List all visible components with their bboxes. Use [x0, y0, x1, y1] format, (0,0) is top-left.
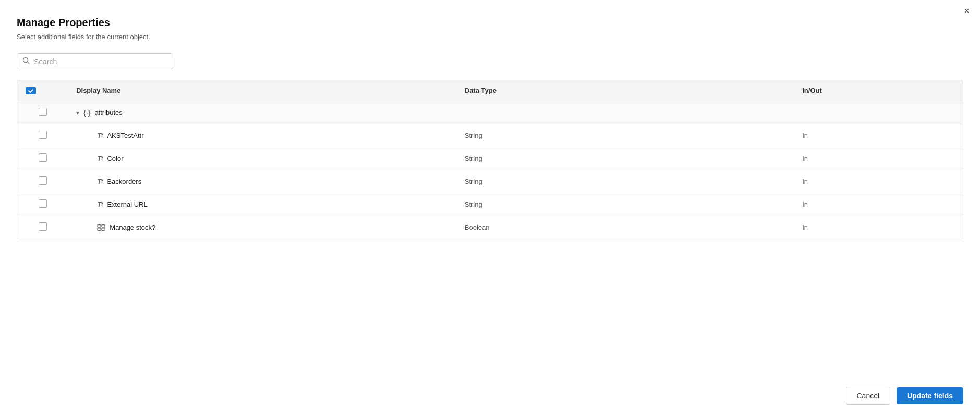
row-in-out: In — [794, 124, 963, 147]
row-label: External URL — [107, 200, 147, 208]
properties-table: Display Name Data Type In/Out — [17, 80, 963, 239]
manage-stock-icon — [97, 224, 105, 231]
close-button[interactable]: × — [964, 6, 970, 16]
header-data-type: Data Type — [456, 80, 794, 101]
svg-rect-4 — [102, 224, 105, 227]
row-data-type: String — [456, 124, 794, 147]
row-checkbox[interactable] — [39, 131, 47, 139]
row-label: AKSTestAttr — [107, 132, 143, 139]
row-in-out: In — [794, 216, 963, 239]
table-row: Tt AKSTestAttr String In — [17, 124, 963, 147]
dialog-title: Manage Properties — [17, 17, 963, 29]
svg-rect-5 — [98, 228, 101, 230]
tt-icon: Tt — [97, 155, 103, 162]
svg-rect-2 — [27, 87, 34, 94]
row-in-out: In — [794, 170, 963, 193]
dialog-subtitle: Select additional fields for the current… — [17, 33, 963, 41]
search-input[interactable] — [34, 57, 167, 66]
row-name-cell: Manage stock? — [68, 216, 456, 239]
search-icon — [22, 57, 30, 66]
tt-icon: Tt — [97, 177, 103, 185]
row-data-type: String — [456, 193, 794, 216]
attributes-icon: {·} — [83, 109, 90, 117]
row-name-cell: Tt Backorders — [68, 170, 456, 193]
row-label: attributes — [94, 109, 122, 116]
row-name-cell: Tt AKSTestAttr — [68, 124, 456, 147]
table-row: Tt External URL String In — [17, 193, 963, 216]
row-label: Backorders — [107, 177, 141, 185]
properties-table-wrapper: Display Name Data Type In/Out — [17, 80, 963, 239]
row-checkbox[interactable] — [39, 108, 47, 116]
search-container — [17, 53, 963, 69]
update-fields-button[interactable]: Update fields — [897, 387, 963, 404]
row-label: Manage stock? — [110, 223, 155, 231]
row-data-type: String — [456, 170, 794, 193]
svg-rect-3 — [98, 224, 101, 227]
row-checkbox[interactable] — [39, 199, 47, 208]
row-label: Color — [107, 155, 123, 162]
row-data-type: String — [456, 147, 794, 170]
row-name-cell: ▾ {·} attributes — [68, 101, 456, 124]
row-checkbox-cell — [17, 170, 68, 193]
row-checkbox-cell — [17, 193, 68, 216]
row-in-out — [794, 101, 963, 124]
row-checkbox-cell — [17, 101, 68, 124]
cancel-button[interactable]: Cancel — [846, 387, 891, 405]
header-check-icon[interactable] — [26, 87, 36, 94]
row-checkbox[interactable] — [39, 153, 47, 162]
dialog-footer: Cancel Update fields — [846, 387, 964, 405]
expand-button[interactable]: ▾ — [76, 109, 79, 116]
manage-properties-dialog: × Manage Properties Select additional fi… — [0, 0, 980, 415]
search-box[interactable] — [17, 53, 173, 69]
row-in-out: In — [794, 193, 963, 216]
table-row: Tt Backorders String In — [17, 170, 963, 193]
tt-icon: Tt — [97, 200, 103, 208]
header-in-out: In/Out — [794, 80, 963, 101]
header-display-name: Display Name — [68, 80, 456, 101]
row-checkbox[interactable] — [39, 176, 47, 185]
row-data-type — [456, 101, 794, 124]
row-name-cell: Tt External URL — [68, 193, 456, 216]
row-checkbox-cell — [17, 147, 68, 170]
row-checkbox[interactable] — [39, 222, 47, 231]
row-name-cell: Tt Color — [68, 147, 456, 170]
table-row: Manage stock? Boolean In — [17, 216, 963, 239]
row-data-type: Boolean — [456, 216, 794, 239]
header-checkbox-cell — [17, 80, 68, 101]
row-checkbox-cell — [17, 216, 68, 239]
tt-icon: Tt — [97, 132, 103, 139]
row-checkbox-cell — [17, 124, 68, 147]
table-row: Tt Color String In — [17, 147, 963, 170]
table-body: ▾ {·} attributes Tt — [17, 101, 963, 239]
table-row: ▾ {·} attributes — [17, 101, 963, 124]
svg-rect-6 — [102, 228, 105, 230]
svg-line-1 — [28, 62, 30, 64]
row-in-out: In — [794, 147, 963, 170]
table-header: Display Name Data Type In/Out — [17, 80, 963, 101]
